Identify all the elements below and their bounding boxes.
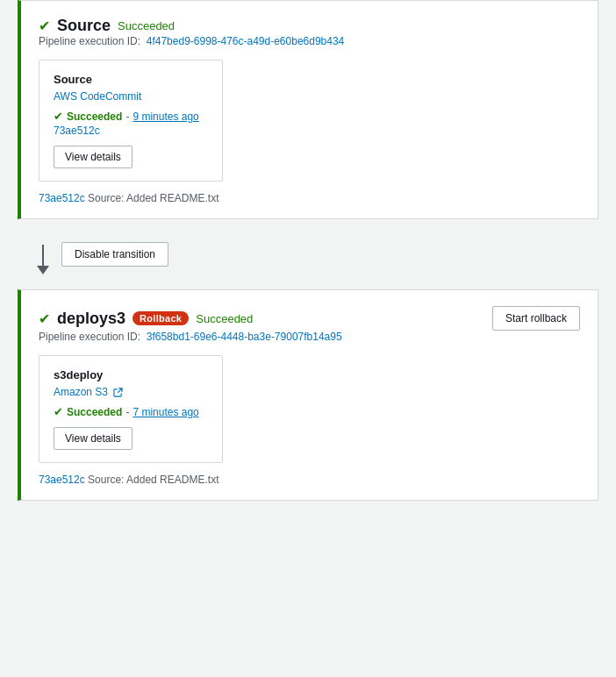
source-pipeline-exec: Pipeline execution ID: 4f47bed9-6998-476… xyxy=(39,35,580,47)
source-view-details-button[interactable]: View details xyxy=(54,146,133,168)
disable-transition-button[interactable]: Disable transition xyxy=(61,242,168,267)
source-footer-commit-link[interactable]: 73ae512c xyxy=(39,192,85,204)
deploys3-pipeline-exec: Pipeline execution ID: 3f658bd1-69e6-444… xyxy=(39,331,580,343)
deploys3-action-separator: - xyxy=(125,406,129,418)
source-exec-id-link[interactable]: 4f47bed9-6998-476c-a49d-e60be6d9b434 xyxy=(147,35,345,47)
deploys3-header-left: ✔ deploys3 Rollback Succeeded xyxy=(39,310,253,328)
arrow-container xyxy=(37,245,49,274)
arrow-head-icon xyxy=(37,266,49,274)
source-stage: ✔ Source Succeeded Pipeline execution ID… xyxy=(18,0,598,219)
deploys3-action-time-link[interactable]: 7 minutes ago xyxy=(133,406,198,418)
deploys3-stage-footer: 73ae512c Source: Added README.txt xyxy=(39,474,580,486)
source-action-check-icon: ✔ xyxy=(54,110,63,123)
start-rollback-button[interactable]: Start rollback xyxy=(492,306,580,331)
source-action-time-link[interactable]: 9 minutes ago xyxy=(133,110,198,123)
source-action-commit-link[interactable]: 73ae512c xyxy=(54,125,208,137)
source-action-card: Source AWS CodeCommit ✔ Succeeded - 9 mi… xyxy=(39,60,223,182)
source-action-status-row: ✔ Succeeded - 9 minutes ago xyxy=(54,110,208,123)
deploys3-footer-text: Source: Added README.txt xyxy=(88,474,218,486)
source-stage-title: Source xyxy=(57,17,111,35)
deploys3-action-provider-link[interactable]: Amazon S3 xyxy=(54,386,123,398)
source-action-provider-link[interactable]: AWS CodeCommit xyxy=(54,90,141,103)
deploys3-action-provider-text: Amazon S3 xyxy=(54,386,108,398)
deploys3-exec-id-link[interactable]: 3f658bd1-69e6-4448-ba3e-79007fb14a95 xyxy=(147,331,342,343)
deploys3-footer-commit-link[interactable]: 73ae512c xyxy=(39,474,85,486)
source-action-title: Source xyxy=(54,73,208,86)
source-action-status-text: Succeeded xyxy=(67,110,122,123)
rollback-badge: Rollback xyxy=(133,311,189,325)
source-stage-footer: 73ae512c Source: Added README.txt xyxy=(39,192,580,204)
transition-row: Disable transition xyxy=(37,233,168,289)
deploys3-check-icon: ✔ xyxy=(39,310,50,327)
transition-area: Disable transition xyxy=(0,219,616,289)
source-check-icon: ✔ xyxy=(39,18,50,34)
arrow-line xyxy=(42,245,44,266)
deploys3-action-status-row: ✔ Succeeded - 7 minutes ago xyxy=(54,405,208,418)
deploys3-stage-status: Succeeded xyxy=(196,312,253,325)
source-exec-label: Pipeline execution ID: xyxy=(39,35,140,47)
deploys3-action-status-text: Succeeded xyxy=(67,406,122,418)
source-stage-status: Succeeded xyxy=(118,19,175,32)
deploys3-view-details-button[interactable]: View details xyxy=(54,427,133,450)
deploys3-stage: ✔ deploys3 Rollback Succeeded Start roll… xyxy=(18,289,598,501)
deploys3-stage-title: deploys3 xyxy=(57,310,125,328)
deploys3-action-card: s3deploy Amazon S3 ✔ Succeeded - 7 minut… xyxy=(39,355,223,463)
deploys3-exec-label: Pipeline execution ID: xyxy=(39,331,140,343)
source-footer-text: Source: Added README.txt xyxy=(88,192,218,204)
source-stage-header: ✔ Source Succeeded xyxy=(39,17,175,35)
deploys3-action-check-icon: ✔ xyxy=(54,405,63,418)
source-action-separator: - xyxy=(125,110,129,123)
deploys3-action-title: s3deploy xyxy=(54,368,208,381)
external-link-icon xyxy=(113,388,123,397)
deploys3-header-row: ✔ deploys3 Rollback Succeeded Start roll… xyxy=(39,306,580,331)
